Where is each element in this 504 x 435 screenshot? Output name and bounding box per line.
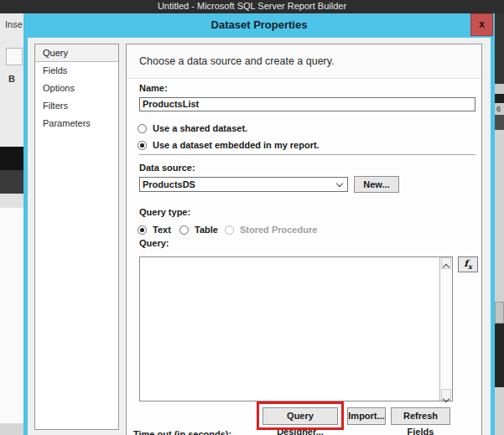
toolbar-dark-band (0, 170, 23, 194)
scroll-up-button[interactable] (441, 257, 451, 269)
section-divider (139, 154, 475, 155)
name-input[interactable]: ProductsList (139, 97, 475, 111)
query-type-label: Query type: (139, 207, 190, 217)
right-scroll-thumb[interactable] (495, 302, 504, 324)
shared-dataset-label: Use a shared dataset. (153, 123, 247, 133)
dialog-sidebar: Query Fields Options Filters Parameters (34, 44, 119, 430)
ruler-number: 6 (496, 105, 501, 113)
data-source-label: Data source: (139, 163, 195, 173)
close-icon: x (479, 18, 485, 30)
chevron-down-icon (443, 396, 449, 402)
data-source-value: ProductsDS (143, 179, 195, 189)
screen: Untitled - Microsoft SQL Server Report B… (0, 0, 504, 435)
sidebar-item-query[interactable]: Query (35, 44, 118, 62)
shared-dataset-radio[interactable]: Use a shared dataset. (138, 122, 247, 134)
close-button[interactable]: x (470, 13, 493, 36)
canvas-area (0, 208, 23, 423)
radio-off-icon (138, 124, 147, 133)
sidebar-item-filters[interactable]: Filters (35, 97, 118, 115)
timeout-label: Time out (in seconds): (133, 429, 231, 435)
ruler-dark-band (0, 147, 23, 170)
sidebar-item-parameters[interactable]: Parameters (35, 115, 118, 132)
import-button[interactable]: Import... (347, 407, 386, 425)
right-dark-panel (495, 13, 504, 84)
query-type-table-radio[interactable]: Table (179, 224, 218, 236)
canvas-bottom (0, 423, 23, 435)
new-data-source-button[interactable]: New... (354, 176, 399, 193)
dialog-title: Dataset Properties (23, 13, 495, 38)
ribbon-button[interactable] (6, 48, 23, 65)
query-designer-button[interactable]: Query Designer... (262, 407, 338, 425)
dialog-main-panel: Choose a data source and create a query.… (126, 44, 482, 435)
chevron-up-icon (443, 264, 449, 271)
query-type-table-label: Table (195, 225, 218, 235)
right-dark-band (495, 324, 504, 387)
right-ruler-b (495, 94, 504, 103)
radio-disabled-icon (225, 225, 234, 235)
right-scroll-track[interactable] (495, 130, 504, 302)
query-label: Query: (139, 238, 169, 248)
query-type-text-label: Text (153, 225, 171, 235)
ribbon-group-label: B (8, 74, 15, 84)
query-type-text-radio[interactable]: Text (138, 224, 171, 236)
app-titlebar: Untitled - Microsoft SQL Server Report B… (0, 0, 504, 13)
sidebar-item-fields[interactable]: Fields (35, 62, 118, 80)
query-type-sp-radio: Stored Procedure (225, 224, 317, 236)
canvas-band (0, 194, 23, 208)
radio-on-icon (138, 141, 147, 150)
embedded-dataset-label: Use a dataset embedded in my report. (153, 140, 320, 150)
sidebar-item-options[interactable]: Options (35, 80, 118, 97)
chevron-down-icon (336, 180, 343, 187)
ribbon-tab-insert[interactable]: Inse (5, 19, 23, 29)
name-label: Name: (139, 83, 168, 93)
embedded-dataset-radio[interactable]: Use a dataset embedded in my report. (138, 139, 320, 151)
scroll-down-button[interactable] (441, 389, 451, 401)
refresh-fields-button[interactable]: Refresh Fields (391, 407, 450, 425)
query-type-sp-label: Stored Procedure (240, 225, 317, 235)
query-text-area[interactable] (139, 256, 453, 401)
radio-on-icon (138, 225, 147, 235)
right-bottom-band (495, 387, 504, 435)
page-title: Choose a data source and create a query. (127, 44, 481, 79)
dataset-properties-dialog: Dataset Properties x Query Fields Option… (23, 13, 495, 435)
data-source-dropdown[interactable]: ProductsDS (139, 177, 348, 192)
app-title: Untitled - Microsoft SQL Server Report B… (158, 1, 346, 11)
radio-off-icon (179, 225, 189, 235)
right-ruler-d (495, 115, 504, 130)
expression-fx-button[interactable]: fx (458, 256, 478, 272)
right-ruler-a (495, 84, 504, 94)
query-scrollbar[interactable] (439, 257, 452, 401)
